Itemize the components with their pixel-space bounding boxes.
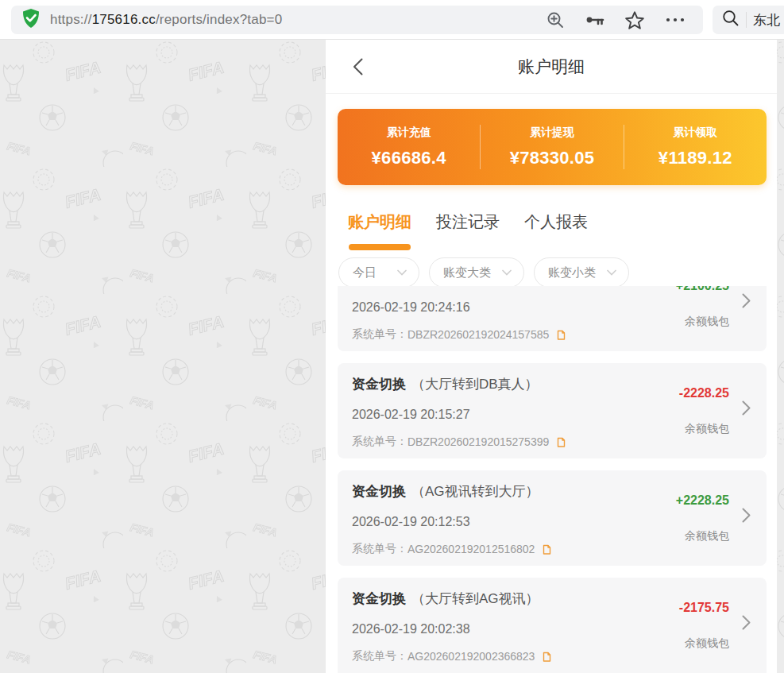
transaction-card[interactable]: 资金切换（大厅转到DB真人） -2228.25 2026-02-19 20:15… (338, 363, 767, 458)
transaction-subtitle: （大厅转到DB真人） (411, 377, 539, 392)
browser-toolbar: https://175616.cc/reports/index?tab=0 (0, 0, 784, 40)
filter-bar: 今日 账变大类 账变小类 (338, 257, 629, 288)
transaction-title: 资金切换 (352, 591, 406, 606)
summary-bonus-value: ¥1189.12 (658, 148, 732, 168)
transaction-subtitle: （AG视讯转到大厅） (411, 484, 539, 499)
transaction-amount: -2175.75 (679, 601, 729, 615)
chevron-down-icon (397, 269, 407, 276)
tab-personal-report[interactable]: 个人报表 (524, 211, 588, 250)
summary-card: 累计充值 ¥66686.4 累计提现 ¥78330.05 累计领取 ¥1189.… (338, 109, 767, 185)
order-number-prefix: 系统单号： (352, 435, 407, 449)
tab-account-detail[interactable]: 账户明细 (348, 211, 411, 250)
summary-bonus: 累计领取 ¥1189.12 (624, 109, 767, 185)
order-number-row: 系统单号：DBZR202602192015275399 (352, 435, 566, 449)
tab-bar: 账户明细 投注记录 个人报表 (348, 211, 588, 250)
wallet-label: 余额钱包 (685, 529, 729, 543)
transaction-datetime: 2026-02-19 20:02:38 (352, 622, 470, 636)
transaction-amount: +2228.25 (676, 493, 729, 508)
address-bar[interactable]: https://175616.cc/reports/index?tab=0 (11, 6, 703, 34)
ellipsis-icon[interactable] (665, 17, 686, 22)
filter-minor-type-dropdown[interactable]: 账变小类 (534, 257, 629, 288)
panel-header: 账户明细 (326, 40, 777, 94)
key-icon[interactable] (585, 14, 604, 26)
chevron-right-icon (742, 508, 751, 523)
copy-icon[interactable] (540, 651, 551, 663)
transaction-title: 资金切换 (352, 484, 406, 499)
page-title: 账户明细 (326, 40, 777, 94)
filter-major-type-dropdown[interactable]: 账变大类 (429, 257, 524, 288)
summary-withdraw-label: 累计提现 (530, 126, 574, 140)
star-icon[interactable] (625, 11, 644, 29)
order-number-prefix: 系统单号： (352, 649, 407, 663)
order-number-row: 系统单号：DBZR202602192024157585 (352, 327, 566, 342)
url-scheme: https:// (50, 12, 92, 27)
transaction-card[interactable]: +2100.25 2026-02-19 20:24:16 余额钱包 系统单号：D… (338, 286, 767, 351)
url-domain: 175616.cc (92, 12, 156, 27)
copy-icon[interactable] (540, 543, 551, 555)
chevron-right-icon (742, 615, 751, 630)
shield-check-icon[interactable] (21, 8, 41, 32)
account-detail-panel: 账户明细 累计充值 ¥66686.4 累计提现 ¥78330.05 累计领取 ¥… (326, 40, 777, 673)
order-number-prefix: 系统单号： (352, 327, 407, 342)
summary-deposit: 累计充值 ¥66686.4 (338, 109, 480, 185)
chevron-down-icon (607, 269, 616, 276)
order-number: DBZR202602192015275399 (407, 435, 549, 448)
url-path: /reports/index?tab=0 (156, 12, 282, 27)
order-number-row: 系统单号：AG202602192002366823 (352, 649, 551, 663)
summary-withdraw: 累计提现 ¥78330.05 (481, 109, 623, 185)
transaction-card[interactable]: 资金切换（大厅转到AG视讯） -2175.75 2026-02-19 20:02… (338, 578, 767, 673)
order-number: AG202602192012516802 (407, 543, 535, 555)
search-separator (746, 12, 747, 28)
browser-search-box[interactable]: 东北 (713, 6, 784, 34)
transaction-list[interactable]: +2100.25 2026-02-19 20:24:16 余额钱包 系统单号：D… (326, 286, 777, 673)
filter-date-dropdown[interactable]: 今日 (338, 257, 419, 288)
wallet-label: 余额钱包 (685, 315, 729, 329)
filter-date-label: 今日 (353, 265, 377, 280)
summary-deposit-value: ¥66686.4 (372, 148, 446, 168)
filter-major-type-label: 账变大类 (443, 265, 491, 280)
wallet-label: 余额钱包 (685, 636, 729, 651)
chevron-down-icon (502, 269, 512, 276)
transaction-datetime: 2026-02-19 20:12:53 (352, 515, 470, 529)
summary-withdraw-value: ¥78330.05 (510, 148, 595, 168)
transaction-amount: +2100.25 (676, 286, 729, 293)
copy-icon[interactable] (554, 329, 566, 341)
order-number-row: 系统单号：AG202602192012516802 (352, 542, 551, 556)
transaction-datetime: 2026-02-19 20:24:16 (352, 300, 470, 315)
order-number: AG202602192002366823 (407, 650, 535, 663)
magnifier-plus-icon[interactable] (546, 11, 565, 29)
transaction-card[interactable]: 资金切换（AG视讯转到大厅） +2228.25 2026-02-19 20:12… (338, 470, 767, 566)
order-number: DBZR202602192024157585 (407, 328, 549, 341)
chevron-right-icon (742, 400, 751, 416)
summary-deposit-label: 累计充值 (387, 126, 431, 140)
magnifier-icon (722, 10, 740, 30)
tab-bet-records[interactable]: 投注记录 (436, 211, 500, 250)
summary-bonus-label: 累计领取 (673, 126, 717, 140)
transaction-title: 资金切换 (352, 377, 406, 392)
copy-icon[interactable] (554, 436, 566, 448)
transaction-datetime: 2026-02-19 20:15:27 (352, 408, 470, 422)
transaction-amount: -2228.25 (679, 386, 729, 400)
transaction-subtitle: （大厅转到AG视讯） (411, 591, 539, 606)
search-query-text[interactable]: 东北 (753, 11, 780, 29)
wallet-label: 余额钱包 (685, 422, 729, 436)
order-number-prefix: 系统单号： (352, 542, 407, 556)
url-text[interactable]: https://175616.cc/reports/index?tab=0 (50, 12, 282, 28)
filter-minor-type-label: 账变小类 (548, 265, 596, 280)
chevron-right-icon (742, 293, 751, 308)
